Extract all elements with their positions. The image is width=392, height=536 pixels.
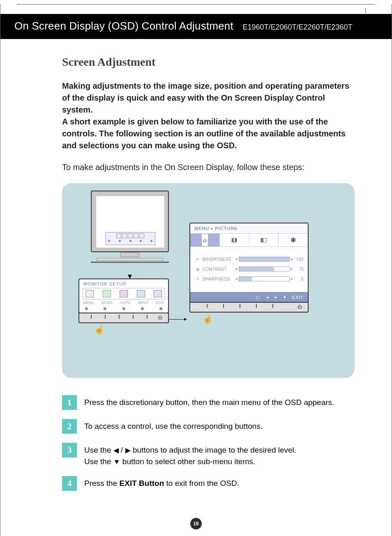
osd-diagram: ▾ MONITOR SETUP MENU MODE: [62, 183, 355, 378]
step-1: 1 Press the discretionary button, then t…: [62, 395, 355, 410]
step-number: 4: [62, 476, 77, 491]
nav-right-icon: ▸: [275, 294, 278, 300]
btn-mode: MODE: [101, 301, 113, 305]
step-number: 3: [62, 443, 77, 458]
nav-up-icon: ⭮: [256, 295, 261, 300]
svg-rect-4: [261, 238, 263, 242]
display-tab-icon: [261, 238, 267, 243]
color-tab-icon: [231, 238, 237, 243]
page-header: On Screen Display (OSD) Control Adjustme…: [0, 14, 392, 39]
tab-display: [249, 234, 279, 246]
intro-bold-text: Making adjustments to the image size, po…: [62, 80, 355, 152]
nav-left-icon: ◂: [266, 294, 269, 300]
step-3: 3 Use the ◀ / ▶ buttons to adjust the im…: [62, 443, 355, 467]
brightness-icon: ☀: [194, 257, 201, 262]
page-number: 16: [190, 518, 202, 529]
nav-exit-label: EXIT: [292, 295, 304, 300]
step-2: 2 To access a control, use the correspon…: [62, 419, 355, 434]
gear-tab-icon: ✻: [291, 234, 296, 246]
tab-color: [220, 234, 249, 246]
svg-rect-0: [232, 238, 233, 242]
row-contrast: ◑ CONTRAST 70: [194, 267, 304, 271]
picture-menu-panel: MENU ▸ PICTURE ☼ ✻ ☀ BRIGHTNESS: [189, 223, 309, 313]
row-sharpness: ✎ SHARPNESS 5: [194, 276, 304, 281]
svg-rect-2: [235, 238, 237, 242]
setup-icon-3: [120, 290, 128, 297]
btn-menu: MENU: [83, 301, 94, 305]
header-models: E1960T/E2060T/E2260T/E2360T: [242, 23, 352, 31]
triangle-down-icon: ▼: [113, 458, 120, 466]
btn-input: INPUT: [138, 301, 149, 305]
triangle-left-icon: ◀: [113, 446, 119, 454]
btn-exit: EXIT: [156, 301, 164, 305]
step-text: To access a control, use the correspondi…: [84, 419, 263, 432]
nav-down-icon: ▾: [284, 294, 286, 300]
intro-instruction: To make adjustments in the On Screen Dis…: [62, 161, 355, 173]
step-4: 4 Press the EXIT Button to exit from the…: [62, 476, 355, 491]
btn-auto: AUTO: [120, 301, 130, 305]
menu-title: PICTURE: [215, 226, 238, 231]
step-text: Use the ◀ / ▶ buttons to adjust the imag…: [84, 443, 296, 467]
setup-icon-5: [154, 290, 162, 297]
tab-others: ✻: [279, 234, 308, 246]
step-text: Press the discretionary button, then the…: [84, 395, 334, 408]
row-brightness: ☀ BRIGHTNESS 100: [194, 257, 304, 262]
monitor-setup-panel: MONITOR SETUP MENU MODE AUTO INPUT EXIT: [78, 278, 169, 323]
setup-icon-2: [103, 290, 111, 297]
svg-rect-1: [233, 238, 235, 242]
power-icon: ⏻: [297, 304, 302, 309]
triangle-right-icon: ▸: [211, 226, 213, 230]
step-text: Press the EXIT Button to exit from the O…: [84, 476, 239, 489]
header-title: On Screen Display (OSD) Control Adjustme…: [14, 20, 233, 32]
step-number: 2: [62, 419, 77, 434]
menu-prefix: MENU: [194, 226, 209, 231]
tab-picture: ☼: [190, 234, 220, 246]
brightness-tab-icon: ☼: [202, 234, 208, 246]
monitor-illustration: [91, 191, 169, 264]
section-title: Screen Adjustment: [62, 55, 355, 69]
hand-pointer-icon: ☝: [94, 325, 104, 335]
setup-icon-1: [85, 290, 94, 297]
contrast-icon: ◑: [194, 267, 201, 271]
monitor-setup-label: MONITOR SETUP: [83, 281, 164, 286]
steps-list: 1 Press the discretionary button, then t…: [62, 395, 355, 491]
sharpness-icon: ✎: [194, 277, 201, 281]
hand-pointer-icon: ☝: [203, 314, 213, 324]
power-icon: ⏻: [158, 315, 162, 320]
setup-icon-4: [137, 290, 145, 297]
triangle-right-icon: ▶: [125, 446, 131, 454]
step-number: 1: [62, 395, 77, 410]
